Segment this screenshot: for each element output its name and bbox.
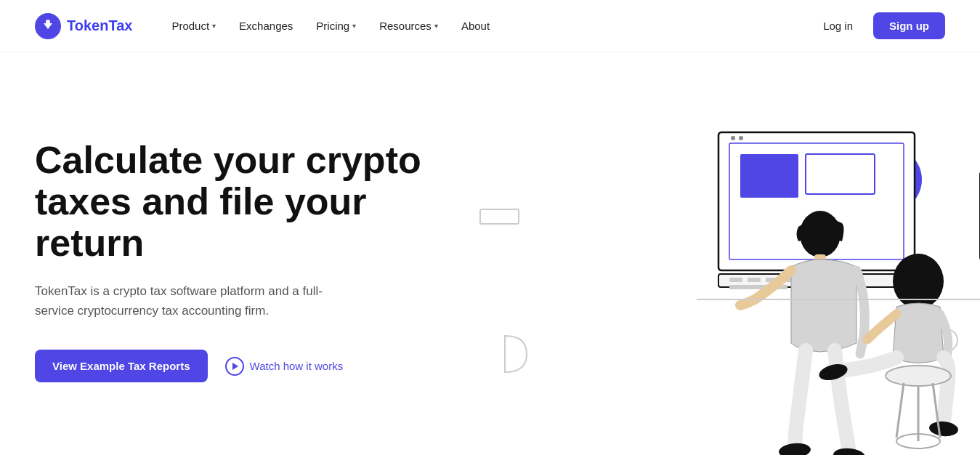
login-button[interactable]: Log in <box>814 14 862 38</box>
logo-icon <box>35 13 61 39</box>
nav-item-product[interactable]: Product ▾ <box>161 14 226 38</box>
svg-rect-13 <box>729 285 787 289</box>
nav-actions: Log in Sign up <box>814 12 945 39</box>
svg-rect-7 <box>729 278 742 282</box>
nav-item-pricing[interactable]: Pricing ▾ <box>306 14 366 38</box>
svg-rect-8 <box>748 278 761 282</box>
svg-point-24 <box>886 366 951 386</box>
svg-point-16 <box>739 136 743 140</box>
hero-subtitle: TokenTax is a crypto tax software platfo… <box>35 281 340 321</box>
play-triangle-icon <box>232 363 238 370</box>
hero-section: Calculate your crypto taxes and file you… <box>0 52 980 455</box>
hero-content: Calculate your crypto taxes and file you… <box>35 140 442 383</box>
deco-d-shape <box>498 329 534 379</box>
nav-item-about[interactable]: About <box>451 14 500 38</box>
navbar: TokenTax Product ▾ Exchanges Pricing ▾ R… <box>0 0 980 52</box>
svg-rect-14 <box>802 285 831 289</box>
chevron-down-icon-resources: ▾ <box>434 22 438 30</box>
deco-circle-large <box>857 147 922 212</box>
svg-rect-10 <box>784 278 797 282</box>
deco-rect <box>479 209 519 225</box>
chevron-down-icon: ▾ <box>212 22 216 30</box>
cta-secondary-button[interactable]: Watch how it works <box>225 357 344 376</box>
signup-button[interactable]: Sign up <box>873 12 945 39</box>
svg-rect-18 <box>814 254 826 269</box>
svg-point-23 <box>928 420 959 437</box>
svg-rect-4 <box>740 154 798 198</box>
play-icon <box>225 357 244 376</box>
svg-point-15 <box>731 136 735 140</box>
brand-name: TokenTax <box>67 17 132 34</box>
svg-rect-12 <box>820 278 833 282</box>
svg-line-26 <box>933 383 940 438</box>
chevron-down-icon-pricing: ▾ <box>352 22 356 30</box>
hero-title: Calculate your crypto taxes and file you… <box>35 140 442 265</box>
cta-primary-button[interactable]: View Example Tax Reports <box>35 350 208 382</box>
svg-rect-11 <box>802 278 815 282</box>
svg-point-22 <box>817 361 849 383</box>
hero-illustration <box>471 52 980 455</box>
svg-point-20 <box>833 447 866 455</box>
svg-point-17 <box>800 211 841 257</box>
nav-item-exchanges[interactable]: Exchanges <box>229 14 303 38</box>
svg-line-25 <box>896 383 904 438</box>
nav-links: Product ▾ Exchanges Pricing ▾ Resources … <box>161 14 814 38</box>
deco-circle-small <box>935 329 958 352</box>
nav-item-resources[interactable]: Resources ▾ <box>369 14 448 38</box>
svg-rect-6 <box>718 274 915 287</box>
svg-rect-9 <box>766 278 779 282</box>
hero-actions: View Example Tax Reports Watch how it wo… <box>35 350 442 382</box>
logo-link[interactable]: TokenTax <box>35 13 132 39</box>
svg-point-21 <box>893 254 944 309</box>
svg-point-28 <box>896 434 940 448</box>
svg-point-1 <box>46 20 50 24</box>
svg-point-19 <box>778 442 811 455</box>
